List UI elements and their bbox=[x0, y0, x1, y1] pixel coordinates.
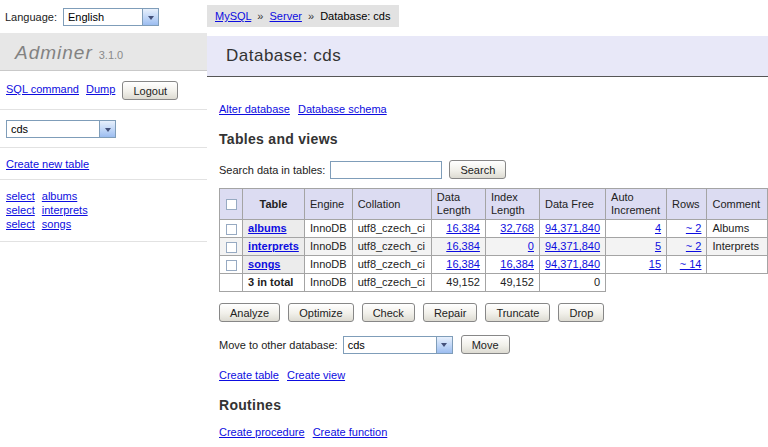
data-length-link[interactable]: 16,384 bbox=[446, 258, 480, 270]
select-all-cell bbox=[220, 189, 243, 220]
auto-increment-link[interactable]: 15 bbox=[649, 258, 661, 270]
header-data-free: Data Free bbox=[539, 189, 605, 220]
header-engine: Engine bbox=[304, 189, 352, 220]
rows-count-link[interactable]: ~ 14 bbox=[680, 258, 702, 270]
create-links: Create table Create view bbox=[219, 369, 768, 381]
data-length-cell: 16,384 bbox=[431, 220, 485, 238]
list-item: select albums bbox=[6, 190, 207, 202]
db-action-links: Alter database Database schema bbox=[219, 103, 768, 115]
index-length-cell: 16,384 bbox=[485, 256, 539, 274]
index-length-link[interactable]: 16,384 bbox=[500, 258, 534, 270]
table-actions: Analyze Optimize Check Repair Truncate D… bbox=[219, 303, 768, 322]
language-select[interactable]: English bbox=[63, 8, 159, 26]
breadcrumb-current: Database: cds bbox=[320, 10, 390, 22]
auto-increment-cell: 5 bbox=[606, 238, 667, 256]
total-label-cell: 3 in total bbox=[243, 274, 305, 292]
table-row: albums InnoDB utf8_czech_ci 16,384 32,76… bbox=[220, 220, 768, 238]
select-albums-link[interactable]: select bbox=[6, 190, 35, 202]
data-free-cell: 94,371,840 bbox=[539, 238, 605, 256]
truncate-button[interactable]: Truncate bbox=[485, 303, 550, 322]
rows-cell: ~ 2 bbox=[667, 220, 707, 238]
sql-command-link[interactable]: SQL command bbox=[6, 83, 79, 95]
dropdown-arrow-icon bbox=[99, 121, 115, 137]
index-length-link[interactable]: 0 bbox=[528, 240, 534, 252]
table-name-cell: songs bbox=[243, 256, 305, 274]
row-checkbox-cell bbox=[220, 220, 243, 238]
row-checkbox[interactable] bbox=[226, 260, 237, 271]
breadcrumb-separator: » bbox=[257, 10, 263, 22]
create-table-link[interactable]: Create table bbox=[219, 369, 279, 381]
auto-increment-cell: 4 bbox=[606, 220, 667, 238]
songs-table-link[interactable]: songs bbox=[42, 218, 71, 230]
engine-cell: InnoDB bbox=[304, 238, 352, 256]
index-length-cell: 32,768 bbox=[485, 220, 539, 238]
rows-count-link[interactable]: ~ 2 bbox=[686, 240, 702, 252]
analyze-button[interactable]: Analyze bbox=[219, 303, 280, 322]
table-link-interprets[interactable]: interprets bbox=[248, 240, 299, 252]
rows-count-link[interactable]: ~ 2 bbox=[686, 222, 702, 234]
select-songs-link[interactable]: select bbox=[6, 218, 35, 230]
create-procedure-link[interactable]: Create procedure bbox=[219, 426, 305, 438]
table-link-songs[interactable]: songs bbox=[248, 258, 280, 270]
move-button[interactable]: Move bbox=[461, 335, 510, 354]
header-collation: Collation bbox=[352, 189, 431, 220]
auto-increment-link[interactable]: 4 bbox=[655, 222, 661, 234]
data-free-link[interactable]: 94,371,840 bbox=[545, 240, 600, 252]
header-auto-increment: Auto Increment bbox=[606, 189, 667, 220]
index-length-cell: 0 bbox=[485, 238, 539, 256]
auto-increment-cell: 15 bbox=[606, 256, 667, 274]
move-database-select-value: cds bbox=[344, 337, 369, 353]
database-schema-link[interactable]: Database schema bbox=[298, 103, 387, 115]
breadcrumb: MySQL » Server » Database: cds bbox=[207, 5, 399, 27]
interprets-table-link[interactable]: interprets bbox=[42, 204, 88, 216]
tables-overview-table: Table Engine Collation Data Length Index… bbox=[219, 188, 768, 292]
routines-heading: Routines bbox=[219, 397, 768, 413]
create-new-table-link[interactable]: Create new table bbox=[6, 158, 89, 170]
check-button[interactable]: Check bbox=[362, 303, 415, 322]
table-link-albums[interactable]: albums bbox=[248, 222, 287, 234]
row-checkbox[interactable] bbox=[226, 224, 237, 235]
table-name-cell: interprets bbox=[243, 238, 305, 256]
routines-links: Create procedure Create function bbox=[219, 426, 768, 438]
database-select[interactable]: cds bbox=[6, 120, 116, 138]
adminer-version: 3.1.0 bbox=[99, 49, 123, 61]
select-all-checkbox[interactable] bbox=[226, 199, 237, 210]
language-row: Language: English bbox=[0, 0, 207, 33]
albums-table-link[interactable]: albums bbox=[42, 190, 77, 202]
search-input[interactable] bbox=[330, 161, 442, 179]
language-select-value: English bbox=[64, 9, 108, 25]
row-checkbox[interactable] bbox=[226, 242, 237, 253]
create-function-link[interactable]: Create function bbox=[313, 426, 388, 438]
sidebar-create-table-block: Create new table bbox=[0, 148, 207, 180]
auto-increment-link[interactable]: 5 bbox=[655, 240, 661, 252]
index-length-link[interactable]: 32,768 bbox=[500, 222, 534, 234]
table-name-cell: albums bbox=[243, 220, 305, 238]
data-length-link[interactable]: 16,384 bbox=[446, 240, 480, 252]
language-label: Language: bbox=[5, 11, 57, 23]
move-database-select[interactable]: cds bbox=[343, 336, 453, 354]
data-free-cell: 94,371,840 bbox=[539, 220, 605, 238]
data-free-link[interactable]: 94,371,840 bbox=[545, 222, 600, 234]
search-button[interactable]: Search bbox=[449, 160, 506, 179]
adminer-logo: Adminer 3.1.0 bbox=[0, 33, 207, 71]
repair-button[interactable]: Repair bbox=[423, 303, 477, 322]
tables-heading: Tables and views bbox=[219, 131, 768, 147]
page-title: Database: cds bbox=[207, 36, 768, 77]
breadcrumb-mysql-link[interactable]: MySQL bbox=[215, 10, 251, 22]
optimize-button[interactable]: Optimize bbox=[288, 303, 353, 322]
create-view-link[interactable]: Create view bbox=[287, 369, 345, 381]
breadcrumb-separator: » bbox=[308, 10, 314, 22]
search-label: Search data in tables: bbox=[219, 164, 325, 176]
dump-link[interactable]: Dump bbox=[86, 83, 115, 95]
list-item: select songs bbox=[6, 218, 207, 230]
total-index-length-cell: 49,152 bbox=[485, 274, 539, 292]
logout-button[interactable]: Logout bbox=[122, 81, 178, 100]
data-free-link[interactable]: 94,371,840 bbox=[545, 258, 600, 270]
breadcrumb-server-link[interactable]: Server bbox=[270, 10, 302, 22]
rows-cell: ~ 14 bbox=[667, 256, 707, 274]
drop-button[interactable]: Drop bbox=[558, 303, 604, 322]
alter-database-link[interactable]: Alter database bbox=[219, 103, 290, 115]
data-length-link[interactable]: 16,384 bbox=[446, 222, 480, 234]
dropdown-arrow-icon bbox=[142, 9, 158, 25]
select-interprets-link[interactable]: select bbox=[6, 204, 35, 216]
